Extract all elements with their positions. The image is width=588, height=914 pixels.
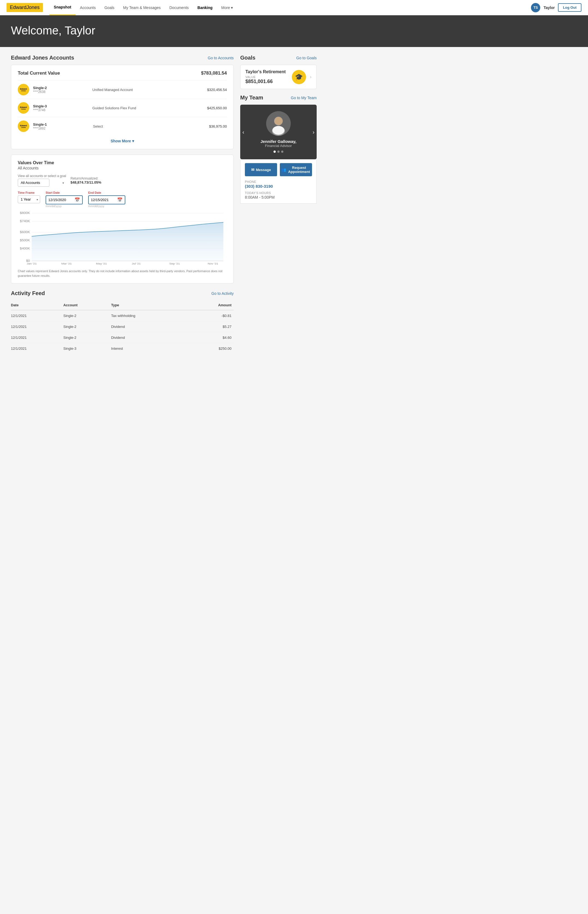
cell-amount: $5.27 bbox=[188, 321, 234, 332]
end-date-input[interactable] bbox=[91, 198, 115, 202]
message-button[interactable]: ✉ Message bbox=[245, 163, 277, 176]
account-type-2: Select bbox=[93, 124, 205, 128]
team-actions-contact: ✉ Message 👥 Request Appointment PHONE (3… bbox=[240, 159, 317, 204]
go-to-activity-link[interactable]: Go to Activity bbox=[211, 291, 234, 296]
appointment-label: Request Appointment bbox=[288, 165, 310, 174]
nav-banking[interactable]: Banking bbox=[193, 0, 217, 15]
chevron-down-icon: ▾ bbox=[132, 139, 134, 143]
total-value: $783,081.54 bbox=[201, 70, 227, 76]
go-to-accounts-link[interactable]: Go to Accounts bbox=[208, 56, 234, 60]
end-date-input-wrap: 📅 bbox=[88, 195, 125, 204]
go-to-goals-link[interactable]: Go to Goals bbox=[296, 56, 317, 60]
nav-documents[interactable]: Documents bbox=[165, 0, 193, 15]
logout-button[interactable]: Log Out bbox=[558, 3, 582, 12]
message-icon: ✉ bbox=[251, 167, 254, 172]
account-selector-wrapper: All Accounts ▾ bbox=[18, 179, 66, 186]
time-frame-selector[interactable]: 1 Year bbox=[18, 195, 40, 203]
start-date-field: Start Date 📅 mm/dd/yyyy bbox=[45, 191, 83, 207]
time-frame-label: Time Frame bbox=[18, 191, 40, 194]
request-appointment-button[interactable]: 👥 Request Appointment bbox=[280, 163, 312, 176]
account-type-0: Unified Managed Account bbox=[92, 88, 203, 92]
chart-controls: View all accounts or select a goal All A… bbox=[18, 174, 227, 186]
cell-date: 12/1/2021 bbox=[11, 310, 63, 321]
phone-number[interactable]: (303) 830-3190 bbox=[245, 184, 312, 188]
account-name-2: Single-1 bbox=[33, 122, 89, 126]
advisor-photo bbox=[266, 111, 291, 136]
nav-snapshot[interactable]: Snapshot bbox=[49, 0, 76, 15]
chart-subtitle: All Accounts bbox=[18, 166, 227, 170]
carousel-dot-1[interactable] bbox=[277, 151, 279, 153]
end-date-calendar-icon[interactable]: 📅 bbox=[117, 197, 123, 203]
svg-point-23 bbox=[275, 117, 283, 125]
svg-text:May '21: May '21 bbox=[96, 262, 107, 265]
cell-account: Single-2 bbox=[63, 321, 111, 332]
my-team-title: My Team bbox=[240, 94, 263, 101]
account-value-1: $425,650.00 bbox=[207, 106, 227, 110]
nav-my-team-messages[interactable]: My Team & Messages bbox=[119, 0, 165, 15]
accounts-title: Edward Jones Accounts bbox=[11, 55, 74, 61]
cell-type: Dividend bbox=[111, 332, 188, 343]
main-content: Edward Jones Accounts Go to Accounts Tot… bbox=[0, 47, 328, 361]
carousel-left-arrow[interactable]: ‹ bbox=[242, 129, 244, 135]
cell-account: Single-2 bbox=[63, 332, 111, 343]
start-date-input[interactable] bbox=[48, 198, 73, 202]
account-num-0: ****2638 bbox=[33, 90, 89, 94]
chart-title: Values Over Time bbox=[18, 160, 227, 165]
end-date-label: End Date bbox=[88, 191, 125, 194]
phone-label: PHONE bbox=[245, 180, 312, 183]
account-item-2: Edward Jones Single-1 ****1892 Select $3… bbox=[18, 117, 227, 135]
nav-more[interactable]: More bbox=[217, 0, 237, 15]
carousel-right-arrow[interactable]: › bbox=[313, 129, 315, 135]
my-team-header: My Team Go to My Team bbox=[240, 94, 317, 101]
hours-value: 8:00AM - 5:00PM bbox=[245, 195, 312, 199]
hours-group: TODAY'S HOURS 8:00AM - 5:00PM bbox=[245, 191, 312, 199]
carousel-dot-2[interactable] bbox=[281, 151, 283, 153]
goal-value-label-0: VALUE bbox=[246, 75, 288, 79]
account-info-1: Single-3 ****3746 bbox=[33, 104, 89, 112]
team-carousel: ‹ Jennifer Galloway, F bbox=[240, 105, 317, 159]
logo-main: Edward bbox=[10, 5, 26, 10]
show-more-button[interactable]: Show More ▾ bbox=[111, 139, 134, 143]
nav-goals[interactable]: Goals bbox=[100, 0, 119, 15]
svg-text:$400K: $400K bbox=[20, 247, 30, 250]
account-selector-label: View all accounts or select a goal bbox=[18, 174, 66, 178]
cell-date: 12/1/2021 bbox=[11, 343, 63, 354]
go-to-team-link[interactable]: Go to My Team bbox=[291, 96, 317, 100]
select-arrow-icon: ▾ bbox=[63, 181, 64, 184]
total-row: Total Current Value $783,081.54 bbox=[18, 70, 227, 76]
cell-date: 12/1/2021 bbox=[11, 332, 63, 343]
start-date-calendar-icon[interactable]: 📅 bbox=[74, 197, 80, 203]
navigation: EdwardJones Snapshot Accounts Goals My T… bbox=[0, 0, 588, 15]
account-name-0: Single-2 bbox=[33, 86, 89, 90]
svg-text:Mar '21: Mar '21 bbox=[61, 262, 72, 265]
account-list: Edward Jones Single-2 ****2638 Unified M… bbox=[18, 80, 227, 135]
goal-card-0[interactable]: Taylor's Retirement VALUE $851,001.66 🎓 … bbox=[240, 65, 317, 89]
col-header-account: Account bbox=[63, 300, 111, 310]
col-header-date: Date bbox=[11, 300, 63, 310]
phone-group: PHONE (303) 830-3190 bbox=[245, 180, 312, 188]
account-type-1: Guided Solutions Flex Fund bbox=[92, 106, 203, 110]
nav-accounts[interactable]: Accounts bbox=[76, 0, 100, 15]
time-frame-group: Time Frame 1 Year ▾ bbox=[18, 191, 40, 207]
show-more-section: Show More ▾ bbox=[18, 135, 227, 143]
nav-right: TS Taylor Log Out bbox=[531, 3, 582, 12]
carousel-dot-0[interactable] bbox=[273, 151, 276, 153]
account-item-1: Edward Jones Single-3 ****3746 Guided So… bbox=[18, 99, 227, 117]
nav-more-label: More bbox=[221, 5, 230, 10]
table-row: 12/1/2021 Single-2 Dividend $4.60 bbox=[11, 332, 234, 343]
goal-chevron-icon: › bbox=[310, 74, 312, 80]
account-selector[interactable]: All Accounts bbox=[18, 179, 49, 186]
chart-svg: $800K $740K $600K $500K $400K $0 Jan '21… bbox=[18, 211, 227, 265]
activity-table-header-row: Date Account Type Amount bbox=[11, 300, 234, 310]
right-column: Goals Go to Goals Taylor's Retirement VA… bbox=[240, 55, 317, 354]
left-column: Edward Jones Accounts Go to Accounts Tot… bbox=[11, 55, 234, 354]
goal-name-0: Taylor's Retirement bbox=[246, 70, 288, 75]
my-team-section: My Team Go to My Team ‹ bbox=[240, 94, 317, 204]
avatar: TS bbox=[531, 3, 540, 12]
svg-text:$500K: $500K bbox=[20, 239, 30, 241]
table-row: 12/1/2021 Single-2 Tax withholding -$0.8… bbox=[11, 310, 234, 321]
account-logo-2: Edward Jones bbox=[18, 120, 29, 132]
logo[interactable]: EdwardJones bbox=[6, 3, 43, 12]
chart-disclaimer: Chart values represent Edward Jones acco… bbox=[18, 269, 227, 278]
advisor-role: Financial Advisor bbox=[247, 144, 310, 148]
